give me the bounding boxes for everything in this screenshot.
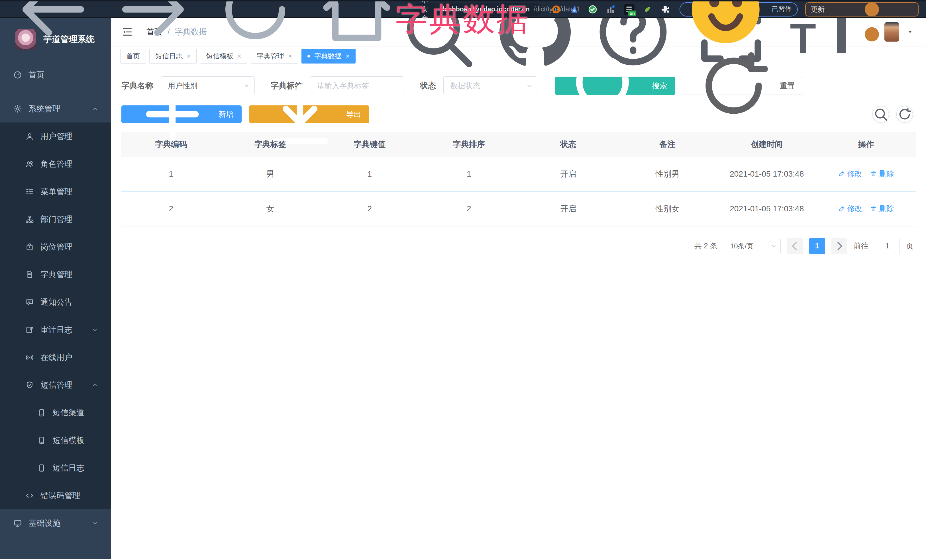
delete-link[interactable]: 删除	[870, 204, 894, 214]
browser-toolbar: 不安全 dashboard.yudao.iocoder.cn /dict/typ…	[0, 0, 926, 18]
page-unit-label: 页	[906, 241, 914, 251]
table-row[interactable]: 1男11开启性别男2021-01-05 17:03:48修改删除	[121, 157, 916, 192]
edit-icon	[838, 171, 845, 177]
total-count: 共 2 条	[694, 241, 717, 251]
sidebar-item-menu-management[interactable]: 菜单管理	[0, 178, 111, 205]
sidebar-item-home[interactable]: 首页	[0, 61, 111, 89]
dict-data-table: 字典编码字典标签字典键值字典排序状态备注创建时间操作 1男11开启性别男2021…	[121, 132, 916, 226]
chevron-up-icon	[91, 105, 98, 113]
sidebar-item-role-management[interactable]: 角色管理	[0, 150, 111, 178]
status-select[interactable]: 数据状态	[443, 76, 537, 95]
sidebar-item-dict-management[interactable]: 字典管理	[0, 261, 111, 288]
page-number-button[interactable]: 1	[809, 238, 825, 254]
url-bar[interactable]: 不安全 dashboard.yudao.iocoder.cn /dict/typ…	[412, 3, 542, 16]
sidebar-item-label: 短信模板	[53, 435, 84, 446]
book-icon	[25, 270, 34, 279]
trash-icon	[870, 205, 877, 212]
update-label: 更新	[811, 5, 825, 14]
sidebar-item-audit-log[interactable]: 审计日志	[0, 316, 111, 344]
page-size-value: 10条/页	[730, 242, 754, 251]
back-icon[interactable]	[10, 0, 95, 52]
green-check-ext-icon[interactable]	[587, 4, 598, 15]
dict-name-select[interactable]: 用户性别	[161, 76, 255, 95]
sidebar-item-label: 通知公告	[41, 297, 73, 308]
goto-page-input[interactable]	[875, 238, 899, 254]
refresh-icon	[691, 43, 776, 128]
sidebar-item-user-management[interactable]: 用户管理	[0, 122, 111, 150]
close-tab-icon[interactable]: ×	[346, 53, 350, 60]
sidebar-item-notice-announce[interactable]: 通知公告	[0, 288, 111, 316]
sidebar-item-error-code-management[interactable]: 错误码管理	[0, 482, 111, 509]
dict-name-value: 用户性别	[168, 81, 197, 91]
chevron-up-icon	[91, 381, 98, 389]
goto-label: 前往	[853, 241, 869, 251]
page-size-select[interactable]: 10条/页	[724, 238, 781, 254]
stats-ext-icon[interactable]	[605, 4, 616, 15]
sidebar-item-sms-management[interactable]: 短信管理	[0, 371, 111, 399]
mobile-icon	[37, 436, 46, 445]
sidebar-item-label: 用户管理	[41, 131, 73, 142]
tab-label: 短信日志	[155, 51, 183, 61]
table-toolbar: 新增 导出	[121, 106, 916, 123]
sidebar-item-system-management[interactable]: 系统管理	[0, 95, 111, 122]
sidebar-item-label: 短信日志	[53, 463, 84, 473]
sidebar-item-online-users[interactable]: 在线用户	[0, 344, 111, 371]
comment-icon	[25, 298, 34, 307]
reload-icon[interactable]	[213, 0, 298, 52]
table-row[interactable]: 2女22开启性别女2021-01-05 17:03:48修改删除	[121, 192, 916, 226]
forward-icon[interactable]	[111, 0, 197, 52]
kebab-menu-icon[interactable]	[829, 0, 915, 52]
table-cell: 1	[419, 157, 519, 192]
edit-link[interactable]: 修改	[838, 204, 862, 214]
update-button[interactable]: 更新	[805, 2, 918, 17]
close-tab-icon[interactable]: ×	[288, 53, 292, 60]
add-button[interactable]: 新增	[121, 106, 242, 123]
search-icon	[873, 106, 889, 122]
sidebar-item-label: 基础设施	[29, 518, 61, 529]
pagination: 共 2 条 10条/页 1 前往 页	[121, 238, 916, 254]
dark-on-ext-icon[interactable]: on	[624, 4, 634, 15]
table-cell: 开启	[519, 192, 618, 226]
table-cell: 2	[320, 192, 419, 226]
table-cell: 1	[320, 157, 419, 192]
op-link-label: 删除	[879, 204, 894, 214]
refresh-table-button[interactable]	[896, 106, 913, 122]
close-tab-icon[interactable]: ×	[187, 53, 191, 60]
table-cell: 2021-01-05 17:03:48	[717, 157, 817, 192]
next-page-button[interactable]	[831, 238, 847, 254]
tab-label: 字典数据	[314, 51, 342, 61]
op-link-label: 删除	[879, 169, 894, 179]
sidebar-item-sms-template[interactable]: 短信模板	[0, 426, 111, 454]
toggle-search-button[interactable]	[872, 106, 889, 122]
tab-label: 首页	[126, 51, 140, 61]
sidebar-item-post-management[interactable]: 岗位管理	[0, 233, 111, 261]
chevron-down-icon	[526, 82, 533, 89]
mobile-icon	[37, 408, 46, 417]
green-leaf-ext-icon[interactable]	[642, 4, 653, 15]
sidebar-item-label: 岗位管理	[41, 242, 73, 252]
orange-ring-ext-icon[interactable]	[551, 4, 561, 15]
sidebar-item-infrastructure[interactable]: 基础设施	[0, 509, 111, 537]
mobile-icon	[37, 463, 46, 472]
edit-link[interactable]: 修改	[838, 169, 862, 179]
export-button[interactable]: 导出	[249, 106, 369, 123]
home-icon[interactable]	[314, 0, 399, 52]
blue-beacon-ext-icon[interactable]	[569, 4, 580, 15]
menu-list-icon	[25, 187, 34, 196]
paused-pill[interactable]: 已暂停	[679, 2, 798, 17]
delete-link[interactable]: 删除	[870, 169, 894, 179]
sidebar-item-label: 角色管理	[41, 158, 73, 169]
chevron-down-icon	[91, 519, 98, 527]
prev-page-button[interactable]	[787, 238, 803, 254]
search-button[interactable]: 搜索	[555, 77, 675, 95]
sidebar-item-sms-channel[interactable]: 短信渠道	[0, 399, 111, 426]
dict-label-input[interactable]	[317, 82, 390, 90]
close-tab-icon[interactable]: ×	[238, 53, 241, 60]
sidebar-item-sms-log[interactable]: 短信日志	[0, 454, 111, 482]
sidebar-item-dept-management[interactable]: 部门管理	[0, 205, 111, 233]
puzzle-icon[interactable]	[660, 4, 671, 15]
reset-button[interactable]: 重置	[683, 77, 803, 95]
tab-label: 字典管理	[257, 51, 284, 61]
code-icon	[25, 491, 34, 500]
table-cell: 男	[221, 157, 320, 192]
